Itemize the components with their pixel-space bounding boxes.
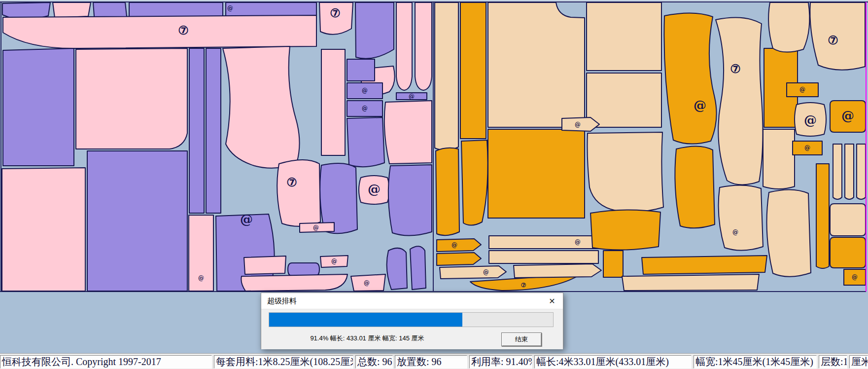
- pattern-piece[interactable]: [460, 2, 486, 139]
- pattern-piece[interactable]: [206, 48, 221, 213]
- progress-fill: [269, 313, 462, 327]
- piece-label-glyph: @: [575, 239, 581, 246]
- pattern-piece[interactable]: [3, 15, 316, 48]
- status-field-0: 恒科技有限公司. Copyright 1997-2017: [0, 355, 212, 369]
- close-icon[interactable]: ✕: [541, 293, 563, 309]
- status-field-2: 总数: 96: [355, 355, 393, 369]
- pattern-piece[interactable]: [53, 2, 91, 18]
- end-button[interactable]: 结束: [501, 332, 542, 346]
- status-field-4: 利用率: 91.40%: [469, 355, 532, 369]
- pattern-piece[interactable]: [277, 160, 320, 226]
- piece-label-glyph: @: [841, 108, 854, 123]
- pattern-piece[interactable]: [189, 48, 204, 213]
- pattern-piece[interactable]: [415, 2, 432, 90]
- pattern-piece[interactable]: [603, 251, 623, 277]
- pattern-piece[interactable]: [587, 2, 661, 71]
- pattern-piece[interactable]: [396, 2, 412, 90]
- pattern-piece[interactable]: [488, 2, 585, 127]
- pattern-piece[interactable]: [2, 168, 85, 291]
- pattern-piece[interactable]: [768, 2, 809, 52]
- pattern-piece[interactable]: [622, 274, 759, 291]
- piece-label-glyph: @: [852, 274, 858, 281]
- pattern-piece[interactable]: [87, 151, 187, 291]
- status-bar: 恒科技有限公司. Copyright 1997-2017每套用料:1米8.25厘…: [0, 353, 868, 369]
- pattern-piece[interactable]: [461, 140, 488, 225]
- status-field-3: 放置数: 96: [395, 355, 467, 369]
- piece-label-glyph: @: [364, 280, 370, 287]
- pattern-piece[interactable]: [288, 263, 319, 276]
- piece-label-glyph: @: [313, 224, 319, 231]
- pattern-piece[interactable]: [388, 165, 432, 236]
- piece-label-glyph: @: [799, 86, 805, 93]
- pattern-piece[interactable]: [830, 237, 866, 268]
- piece-label-glyph: ⑦: [178, 23, 189, 37]
- pattern-piece[interactable]: [436, 148, 459, 235]
- pattern-piece[interactable]: [347, 59, 375, 81]
- pattern-piece[interactable]: [588, 132, 664, 212]
- pattern-piece[interactable]: [845, 144, 854, 199]
- piece-label-glyph: ⑦: [730, 62, 741, 76]
- piece-label-glyph: @: [694, 98, 706, 112]
- progress-bar: [269, 312, 554, 327]
- pattern-piece[interactable]: [642, 256, 767, 274]
- pattern-piece[interactable]: [716, 18, 763, 185]
- status-field-6: 幅宽:1米45厘米(1米45厘米): [694, 355, 817, 369]
- piece-label-glyph: @: [804, 145, 810, 151]
- pattern-piece[interactable]: [437, 239, 481, 252]
- progress-status-text: 91.4% 幅长: 433.01 厘米 幅宽: 145 厘米: [269, 334, 466, 343]
- piece-label-glyph: @: [483, 269, 489, 276]
- pattern-piece[interactable]: [590, 210, 660, 250]
- pattern-piece[interactable]: [514, 264, 601, 278]
- pattern-piece[interactable]: [489, 236, 609, 249]
- piece-label-glyph: @: [368, 182, 381, 196]
- pattern-piece[interactable]: [76, 48, 187, 149]
- pattern-piece[interactable]: [355, 2, 394, 59]
- dialog-title: 超级排料: [267, 296, 297, 306]
- right-marker: [435, 2, 866, 291]
- piece-label-glyph: @: [451, 242, 457, 249]
- piece-label-glyph: @: [362, 87, 368, 94]
- status-field-5: 幅长:4米33.01厘米(433.01厘米): [534, 355, 692, 369]
- pattern-piece[interactable]: [857, 144, 866, 199]
- pattern-piece[interactable]: [562, 117, 599, 131]
- piece-label-glyph: @: [227, 5, 233, 12]
- pattern-piece[interactable]: [3, 48, 74, 166]
- pattern-piece[interactable]: [767, 189, 811, 276]
- pattern-piece[interactable]: [489, 251, 598, 263]
- piece-label-glyph: @: [331, 258, 337, 265]
- piece-label-glyph: @: [804, 112, 817, 127]
- piece-label-glyph: @: [732, 229, 738, 236]
- pattern-piece[interactable]: [440, 266, 506, 279]
- pattern-piece[interactable]: [435, 2, 458, 150]
- pattern-piece[interactable]: [830, 204, 866, 236]
- pattern-piece[interactable]: [816, 164, 829, 268]
- dialog-body: 91.4% 幅长: 433.01 厘米 幅宽: 145 厘米 结束: [261, 309, 563, 349]
- pattern-piece[interactable]: [410, 246, 426, 290]
- window-top-edge: [0, 0, 868, 1]
- pattern-piece[interactable]: [719, 185, 763, 250]
- piece-label-glyph: ⑦: [828, 33, 838, 47]
- pattern-piece[interactable]: [437, 253, 481, 265]
- piece-label-glyph: @: [409, 93, 415, 100]
- pattern-piece[interactable]: [488, 129, 585, 218]
- pattern-piece[interactable]: [675, 146, 715, 228]
- pattern-piece[interactable]: [321, 49, 345, 155]
- pattern-piece[interactable]: [587, 73, 661, 127]
- pattern-piece[interactable]: [347, 117, 384, 167]
- pattern-piece[interactable]: [763, 129, 795, 189]
- pattern-piece[interactable]: [244, 256, 286, 274]
- piece-label-glyph: @: [198, 275, 204, 282]
- piece-label-glyph: @: [575, 121, 581, 128]
- piece-label-glyph: ⑦: [521, 282, 526, 289]
- pattern-piece[interactable]: [384, 101, 432, 164]
- status-field-1: 每套用料:1米8.25厘米(108.25厘米): [214, 355, 353, 369]
- piece-label-glyph: ⑦: [330, 6, 341, 20]
- pattern-piece[interactable]: [387, 248, 407, 290]
- pattern-piece[interactable]: [223, 46, 300, 168]
- pattern-piece[interactable]: [833, 144, 842, 199]
- dialog-title-bar[interactable]: 超级排料 ✕: [261, 293, 563, 309]
- pattern-piece[interactable]: [664, 13, 716, 144]
- status-field-7: 层数:1: [819, 355, 847, 369]
- pattern-piece[interactable]: [241, 274, 347, 291]
- piece-label-glyph: @: [240, 212, 253, 226]
